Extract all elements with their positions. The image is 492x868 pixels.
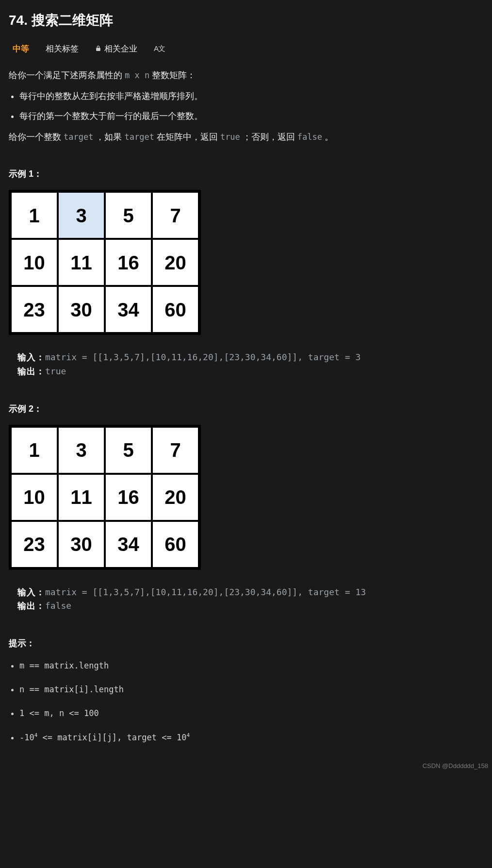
matrix-cell: 11 (58, 239, 105, 286)
hints-list: m == matrix.lengthn == matrix[i].length1… (9, 659, 483, 744)
code-target: target (124, 132, 154, 142)
example2-label: 示例 2： (9, 402, 483, 416)
property-list: 每行中的整数从左到右按非严格递增顺序排列。 每行的第一个整数大于前一行的最后一个… (9, 89, 483, 123)
page-title: 74. 搜索二维矩阵 (9, 10, 483, 32)
example1-matrix: 13571011162023303460 (9, 190, 201, 335)
matrix-cell: 5 (105, 427, 152, 474)
tab-bar: 中等 相关标签 相关企业 A文 (9, 42, 483, 55)
matrix-cell: 20 (152, 239, 199, 286)
matrix-cell: 60 (152, 521, 199, 568)
matrix-cell: 3 (58, 192, 105, 239)
intro-line: 给你一个满足下述两条属性的 m x n 整数矩阵： (9, 68, 483, 83)
code-mxn: m x n (125, 70, 149, 80)
matrix-cell: 23 (11, 521, 58, 568)
output-label: 输出： (17, 366, 45, 376)
hint-item: 1 <= m, n <= 100 (19, 707, 483, 720)
property-item: 每行的第一个整数大于前一行的最后一个整数。 (19, 109, 483, 123)
matrix-cell: 11 (58, 474, 105, 521)
property-item: 每行中的整数从左到右按非严格递增顺序排列。 (19, 89, 483, 103)
matrix-cell: 16 (105, 239, 152, 286)
input-label: 输入： (17, 587, 45, 597)
input-value: matrix = [[1,3,5,7],[10,11,16,20],[23,30… (45, 352, 361, 362)
watermark: CSDN @Ddddddd_158 (423, 761, 488, 771)
input-value: matrix = [[1,3,5,7],[10,11,16,20],[23,30… (45, 587, 366, 597)
matrix-cell: 20 (152, 474, 199, 521)
code-false: false (297, 132, 322, 142)
matrix-cell: 3 (58, 427, 105, 474)
matrix-cell: 5 (105, 192, 152, 239)
matrix-cell: 1 (11, 427, 58, 474)
output-value: true (45, 366, 66, 376)
matrix-cell: 10 (11, 474, 58, 521)
hints-label: 提示： (9, 636, 483, 651)
matrix-cell: 30 (58, 521, 105, 568)
code-target: target (64, 132, 93, 142)
hint-item: m == matrix.length (19, 659, 483, 672)
matrix-cell: 10 (11, 239, 58, 286)
matrix-cell: 60 (152, 286, 199, 333)
problem-description: 给你一个满足下述两条属性的 m x n 整数矩阵： 每行中的整数从左到右按非严格… (9, 68, 483, 144)
task-line: 给你一个整数 target ，如果 target 在矩阵中，返回 true ；否… (9, 130, 483, 144)
input-label: 输入： (17, 352, 45, 362)
matrix-cell: 1 (11, 192, 58, 239)
matrix-cell: 34 (105, 286, 152, 333)
tab-tags[interactable]: 相关标签 (46, 42, 79, 55)
hint-item: n == matrix[i].length (19, 683, 483, 696)
lock-icon (95, 45, 101, 51)
example2-matrix: 13571011162023303460 (9, 425, 201, 570)
example1-label: 示例 1： (9, 167, 483, 181)
tab-companies-label: 相关企业 (104, 42, 137, 55)
tab-difficulty[interactable]: 中等 (13, 42, 29, 55)
output-value: false (45, 601, 71, 611)
matrix-cell: 16 (105, 474, 152, 521)
matrix-cell: 34 (105, 521, 152, 568)
code-true: true (220, 132, 240, 142)
matrix-cell: 23 (11, 286, 58, 333)
translate-icon[interactable]: A文 (154, 43, 165, 54)
tab-companies[interactable]: 相关企业 (95, 42, 137, 55)
matrix-cell: 7 (152, 192, 199, 239)
matrix-cell: 7 (152, 427, 199, 474)
output-label: 输出： (17, 601, 45, 611)
example2-io: 输入：matrix = [[1,3,5,7],[10,11,16,20],[23… (17, 585, 483, 614)
hint-item: -104 <= matrix[i][j], target <= 104 (19, 731, 483, 744)
example1-io: 输入：matrix = [[1,3,5,7],[10,11,16,20],[23… (17, 351, 483, 379)
matrix-cell: 30 (58, 286, 105, 333)
